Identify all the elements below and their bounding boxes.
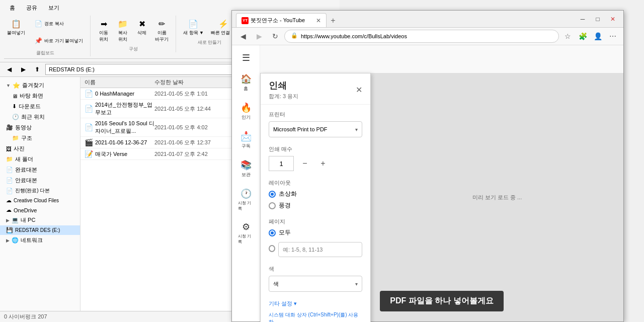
sidebar-item-network[interactable]: ▶ 🌐 네트워크	[0, 235, 80, 246]
pages-custom-option[interactable]	[269, 240, 362, 257]
sidebar: ▼ ⭐ 즐겨찾기 🖥 바탕 화면 ⬇ 다운로드 🕐 최근 위치 🎥 동영상 �	[0, 77, 80, 311]
bookmark-button[interactable]: ☆	[561, 30, 574, 43]
system-dialog-link[interactable]: 시스템 대화 상자 (Ctrl+Shift+P)(를) 사용하...	[269, 311, 362, 322]
print-dialog-close-button[interactable]: ✕	[356, 85, 362, 95]
path-text: REDSTAR DS (E:)	[49, 66, 95, 72]
sidebar-item-redstar[interactable]: 💾 REDSTAR DES (E:)	[0, 225, 80, 235]
pages-custom-radio[interactable]	[269, 245, 275, 252]
file-icon: 📄	[85, 105, 93, 113]
browser-window: YT 붓짓연구소 - YouTube ✕ + ─ □ ✕ ◀ ▶ ↻ 🔒 htt…	[231, 10, 624, 322]
layout-landscape-option[interactable]: 풍경	[269, 201, 362, 210]
pages-all-option[interactable]: 모두	[269, 228, 362, 237]
recent-icon: 🕐	[12, 114, 19, 120]
up-button[interactable]: ⬆	[31, 64, 43, 75]
layout-section: 레이아웃 초상화 풍경	[269, 179, 362, 210]
easy-access-icon: ⚡	[217, 18, 229, 30]
sidebar-item-progress[interactable]: 📄 진행(완료) 다본	[0, 186, 80, 196]
yt-settings-button[interactable]: ⚙ 시청 기록	[236, 218, 256, 248]
browser-title-bar: YT 붓짓연구소 - YouTube ✕ + ─ □ ✕	[232, 11, 623, 28]
yt-home-button[interactable]: 🏠 홈	[236, 70, 256, 95]
this-pc-label: 내 PC	[21, 216, 35, 224]
network-icon: 🌐	[12, 237, 19, 244]
close-button[interactable]: ✕	[606, 13, 619, 26]
new-folder-icon: 📁	[6, 156, 13, 163]
paste-shortcut-button[interactable]: 📌 바로 가기 붙여넣기	[29, 33, 86, 49]
copy-to-button[interactable]: 📁 복사위치	[114, 16, 132, 45]
yt-settings-label: 시청 기록	[238, 233, 254, 245]
preview-loading-text: 미리 보기 로드 중 ...	[472, 194, 522, 201]
system-dialog-text: 시스템 대화 상자 (Ctrl+Shift+P)(를) 사용하...	[269, 312, 358, 322]
tab-close-icon[interactable]: ✕	[316, 17, 321, 24]
portrait-radio[interactable]	[269, 191, 276, 198]
other-settings-text: 기타 설정 ▾	[269, 300, 297, 307]
url-bar[interactable]: 🔒 https://www.youtube.com/c/BullsLab/vid…	[284, 30, 559, 43]
copies-increase-button[interactable]: +	[316, 156, 330, 171]
other-settings-link[interactable]: 기타 설정 ▾	[269, 300, 362, 307]
more-button[interactable]: ⋯	[606, 30, 619, 43]
arrow-icon: ▼	[6, 83, 11, 88]
paste-button[interactable]: 📋 붙여넣기	[4, 16, 28, 49]
minimize-button[interactable]: ─	[576, 13, 589, 26]
yt-library-button[interactable]: 📚 보관	[236, 156, 256, 181]
desktop-label: 바탕 화면	[20, 92, 43, 100]
copy-path-button[interactable]: 📄 경로 복사	[29, 16, 86, 32]
browser-tab-active[interactable]: YT 붓짓연구소 - YouTube ✕	[236, 13, 327, 27]
sidebar-item-media[interactable]: 🎥 동영상	[0, 122, 80, 133]
sidebar-item-favorites[interactable]: ▼ ⭐ 즐겨찾기	[0, 80, 80, 91]
sidebar-item-complete[interactable]: 📄 완료대본	[0, 165, 80, 175]
col-header-name[interactable]: 이름	[85, 78, 154, 86]
tab-share[interactable]: 공유	[21, 2, 43, 14]
network-arrow: ▶	[6, 238, 10, 243]
rename-label: 이름바꾸기	[155, 30, 169, 43]
sidebar-item-creative-cloud[interactable]: ☁ Creative Cloud Files	[0, 196, 80, 205]
downloads-icon: ⬇	[12, 103, 17, 110]
sidebar-item-structure[interactable]: 📁 구조	[0, 133, 80, 143]
copies-input[interactable]	[269, 156, 294, 171]
page-range-input[interactable]	[278, 242, 362, 257]
back-nav-button[interactable]: ◀	[236, 30, 250, 43]
sidebar-item-onedrive[interactable]: ☁ OneDrive	[0, 205, 80, 215]
sidebar-item-this-pc[interactable]: ▶ 💻 내 PC	[0, 215, 80, 225]
sidebar-item-new-folder[interactable]: 📁 새 폴더	[0, 154, 80, 165]
new-tab-button[interactable]: +	[327, 14, 340, 27]
back-button[interactable]: ◀	[3, 64, 15, 75]
sidebar-item-photos[interactable]: 🖼 사진	[0, 143, 80, 154]
forward-button[interactable]: ▶	[17, 64, 29, 75]
file-date: 2021-01-07 오후 2:42	[154, 150, 235, 158]
delete-button[interactable]: ✖ 삭제	[133, 16, 151, 45]
color-select[interactable]: 색 ▾	[269, 276, 362, 292]
copy-to-label: 복사위치	[118, 30, 127, 43]
maximize-button[interactable]: □	[591, 13, 604, 26]
favorites-icon: ⭐	[13, 82, 20, 89]
forward-nav-button[interactable]: ▶	[252, 30, 266, 43]
copies-decrease-button[interactable]: −	[298, 156, 312, 171]
redstar-label: REDSTAR DES (E:)	[15, 227, 60, 233]
layout-portrait-option[interactable]: 초상화	[269, 190, 362, 198]
tab-view[interactable]: 보기	[43, 2, 65, 14]
profile-button[interactable]: 👤	[591, 30, 604, 43]
new-item-button[interactable]: 📄 새 항목 ▼	[180, 16, 207, 38]
landscape-radio[interactable]	[269, 202, 276, 209]
tab-home[interactable]: 홈	[4, 2, 21, 14]
drafts-icon: 📄	[6, 177, 13, 184]
favorites-label: 즐겨찾기	[22, 82, 44, 89]
printer-select[interactable]: Microsoft Print to PDF ▾	[269, 121, 362, 137]
yt-history-button[interactable]: 🕐 시청 기록	[236, 185, 256, 214]
organize-label: 구성	[129, 46, 138, 52]
address-path[interactable]: REDSTAR DS (E:)	[45, 64, 240, 75]
sidebar-item-drafts[interactable]: 📄 안료대본	[0, 175, 80, 186]
reload-button[interactable]: ↻	[268, 30, 282, 43]
col-header-date[interactable]: 수정한 날짜	[154, 78, 235, 86]
sidebar-item-downloads[interactable]: ⬇ 다운로드	[0, 101, 80, 112]
sidebar-item-desktop[interactable]: 🖥 바탕 화면	[0, 91, 80, 101]
yt-trending-button[interactable]: 🔥 인기	[236, 99, 256, 124]
print-dialog-title: 인쇄	[269, 79, 298, 92]
extensions-button[interactable]: 🧩	[576, 30, 589, 43]
rename-button[interactable]: ✏ 이름바꾸기	[152, 16, 172, 45]
move-to-button[interactable]: ➡ 이동위치	[95, 16, 113, 45]
yt-subscriptions-button[interactable]: 📩 구독	[236, 128, 256, 152]
pages-all-radio[interactable]	[269, 229, 276, 236]
sidebar-item-recent[interactable]: 🕐 최근 위치	[0, 112, 80, 122]
onedrive-label: OneDrive	[14, 207, 37, 213]
yt-menu-button[interactable]: ☰	[236, 49, 256, 66]
